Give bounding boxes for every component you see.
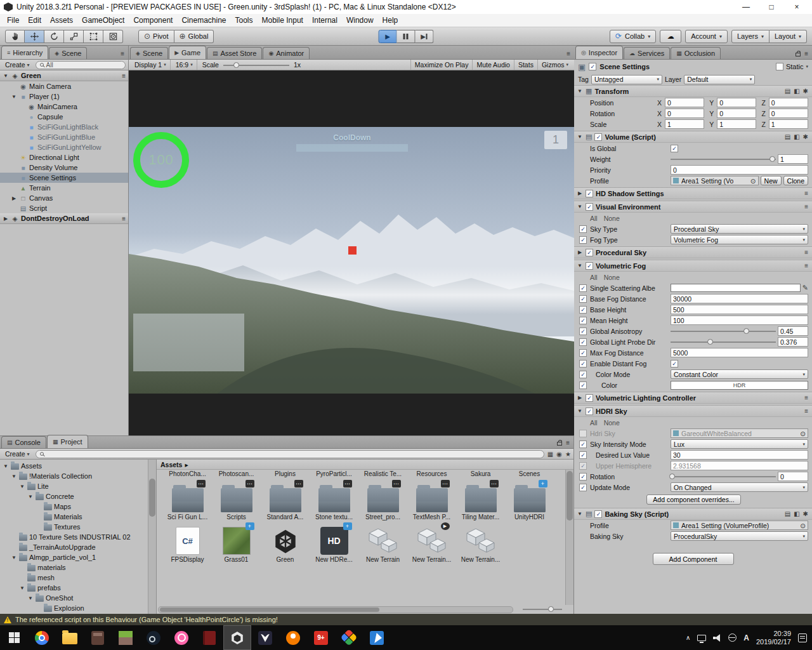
- steam-taskbar-icon[interactable]: [140, 625, 167, 650]
- slider-thumb[interactable]: [707, 339, 713, 345]
- asset-item-textmesh-p[interactable]: ⋯TextMesh P...: [407, 483, 456, 521]
- foldout-icon[interactable]: ▼: [577, 88, 583, 94]
- asset-item-standard-a[interactable]: ⋯Standard A...: [261, 483, 310, 521]
- axis-field-z[interactable]: 0: [769, 98, 808, 107]
- project-folder-oneshot[interactable]: ▼OneShot: [0, 593, 156, 603]
- favorites-icon[interactable]: ★: [565, 451, 571, 458]
- project-folder-terrainautoupgrade[interactable]: _TerrainAutoUpgrade: [0, 542, 156, 552]
- menu-assets[interactable]: Assets: [46, 16, 77, 25]
- help-icon[interactable]: ▤: [785, 88, 790, 95]
- static-dropdown-icon[interactable]: ▾: [806, 64, 808, 69]
- scale-slider-thumb[interactable]: [233, 62, 239, 68]
- stats-button[interactable]: Stats: [514, 60, 537, 70]
- override-checkbox[interactable]: [579, 349, 587, 357]
- project-create-button[interactable]: Create▾: [3, 450, 32, 458]
- foldout-icon[interactable]: ▼: [577, 204, 583, 209]
- gizmos-button[interactable]: Gizmos▾: [537, 60, 572, 70]
- asset-label-resources[interactable]: Resources: [407, 470, 456, 477]
- object-picker-icon[interactable]: ⊙: [750, 177, 756, 185]
- project-folder-maps[interactable]: Maps: [0, 501, 156, 512]
- asset-item-unityhdri[interactable]: +UnityHDRI: [505, 483, 554, 521]
- asset-item-stone-textu[interactable]: ⋯Stone textu...: [310, 483, 358, 521]
- scrollbar-thumb[interactable]: [566, 471, 573, 521]
- project-folder-textures[interactable]: Textures: [0, 522, 156, 532]
- hierarchy-item-scene-settings[interactable]: Scene Settings: [0, 173, 128, 183]
- foldout-icon[interactable]: ▼: [19, 585, 25, 591]
- color-swatch[interactable]: [671, 284, 801, 292]
- pause-button[interactable]: [397, 30, 416, 43]
- global-anisotropy-slider[interactable]: [671, 326, 776, 336]
- move-tool-button[interactable]: [25, 30, 44, 43]
- gear-icon[interactable]: ✱: [803, 510, 808, 517]
- project-folder-explosion[interactable]: Explosion: [0, 603, 156, 613]
- hierarchy-item-maincamera[interactable]: MainCamera: [0, 102, 128, 112]
- account-dropdown[interactable]: Account▾: [685, 30, 728, 43]
- asset-item-street-pro[interactable]: ⋯Street_pro...: [358, 483, 407, 521]
- preset-icon[interactable]: ◧: [794, 510, 799, 517]
- file-explorer-taskbar-icon[interactable]: [56, 625, 84, 650]
- project-folder-assets[interactable]: ▼Assets: [0, 461, 156, 471]
- text-field[interactable]: 0.376: [778, 337, 808, 347]
- context-menu-icon[interactable]: ≡: [804, 262, 808, 269]
- axis-field-x[interactable]: 0: [665, 109, 704, 118]
- asset-item-new-terrain[interactable]: New Terrain: [358, 526, 407, 563]
- icon-size-slider[interactable]: [523, 606, 562, 612]
- hierarchy-item-directional-light[interactable]: Directional Light: [0, 152, 128, 162]
- slider-thumb[interactable]: [743, 328, 749, 334]
- layout-dropdown[interactable]: Layout▾: [769, 30, 807, 43]
- osu-taskbar-icon[interactable]: [167, 625, 195, 650]
- all-link[interactable]: All: [590, 419, 598, 427]
- override-checkbox[interactable]: [579, 473, 587, 481]
- start-taskbar-icon[interactable]: [0, 625, 28, 650]
- override-checkbox[interactable]: [579, 360, 587, 368]
- rotate-tool-button[interactable]: [44, 30, 64, 43]
- axis-field-z[interactable]: 0: [769, 109, 808, 118]
- asset-item-scripts[interactable]: ⋯Scripts: [212, 483, 261, 521]
- hierarchy-search-input[interactable]: All: [36, 61, 126, 69]
- hdr-color-field[interactable]: HDR: [671, 381, 808, 390]
- asset-label-pyroparticl[interactable]: PyroParticl...: [310, 470, 358, 477]
- orange-app-taskbar-icon[interactable]: [279, 625, 307, 650]
- object-field[interactable]: Area1 Setting (VolumeProfile)⊙: [671, 521, 808, 530]
- fox-app-taskbar-icon[interactable]: [251, 625, 279, 650]
- add-component-button[interactable]: Add Component: [653, 553, 734, 565]
- context-menu-icon[interactable]: ≡: [804, 190, 808, 197]
- project-search-input[interactable]: [36, 450, 544, 458]
- component-enable-checkbox[interactable]: [594, 133, 602, 141]
- view-tab-asset-store[interactable]: ▤Asset Store: [207, 47, 262, 59]
- axis-field-y[interactable]: 0: [717, 98, 756, 107]
- project-folder-mesh[interactable]: mesh: [0, 573, 156, 583]
- search-by-type-icon[interactable]: ▦: [547, 451, 553, 458]
- gear-icon[interactable]: ✱: [803, 88, 808, 95]
- active-checkbox[interactable]: [589, 63, 596, 70]
- context-menu-icon[interactable]: ≡: [804, 394, 808, 401]
- none-link[interactable]: None: [604, 419, 620, 427]
- hierarchy-item-capsule[interactable]: Capsule: [0, 112, 128, 122]
- section-header-transform[interactable]: ▼▦Transform▤◧✱: [574, 85, 812, 97]
- menu-component[interactable]: Component: [129, 16, 177, 25]
- override-checkbox[interactable]: [579, 236, 587, 244]
- component-enable-checkbox[interactable]: [586, 408, 593, 415]
- display-dropdown[interactable]: Display 1▾: [131, 60, 171, 70]
- fog-type-dropdown[interactable]: Volumetric Fog▾: [671, 235, 808, 244]
- inspector-tab-inspector[interactable]: ◎Inspector: [575, 46, 623, 59]
- static-checkbox[interactable]: [776, 63, 783, 70]
- tray-expand-icon[interactable]: ∧: [686, 634, 690, 641]
- panel-menu-icon[interactable]: ≡: [121, 50, 124, 57]
- section-header-procedural-sky[interactable]: ▶Procedural Sky≡: [574, 246, 812, 258]
- section-header-volume-script[interactable]: ▼▤Volume (Script)▤◧✱: [574, 131, 812, 143]
- object-picker-icon[interactable]: ⊙: [800, 522, 806, 529]
- asset-item-new-terrain[interactable]: ▶New Terrain...: [407, 526, 456, 563]
- menu-internal[interactable]: Internal: [308, 16, 342, 25]
- foldout-icon[interactable]: ▶: [577, 190, 583, 196]
- foldout-icon[interactable]: ▼: [11, 474, 17, 479]
- text-field[interactable]: 100: [671, 315, 808, 325]
- view-tab-animator[interactable]: ◉Animator: [263, 47, 310, 59]
- volume-icon[interactable]: [713, 634, 721, 642]
- foldout-icon[interactable]: ▼: [3, 73, 9, 79]
- axis-field-z[interactable]: 1: [769, 119, 808, 129]
- hierarchy-item-main-camera[interactable]: Main Camera: [0, 81, 128, 91]
- menu-window[interactable]: Window: [342, 16, 378, 25]
- override-checkbox[interactable]: [579, 371, 587, 378]
- asset-label-photoscan[interactable]: Photoscan...: [212, 470, 261, 477]
